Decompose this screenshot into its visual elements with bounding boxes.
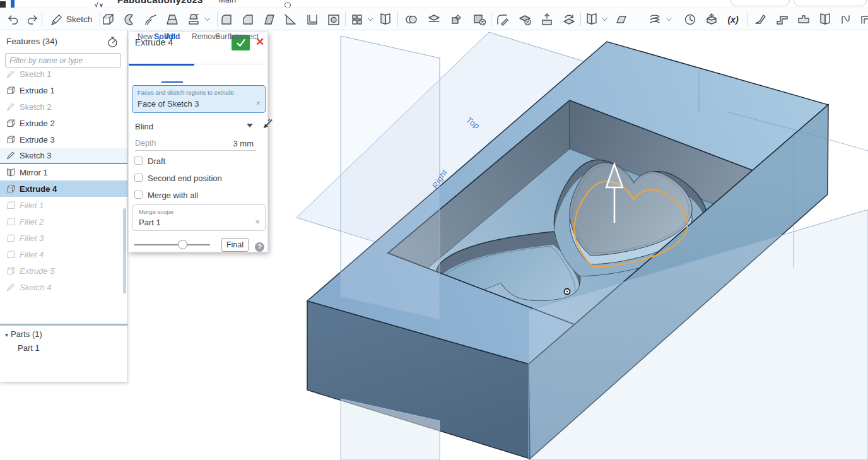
clear-selection-icon[interactable]: ×	[255, 98, 261, 108]
undo-button[interactable]	[4, 10, 23, 28]
mirror-part-icon[interactable]	[582, 10, 601, 28]
boolean-icon[interactable]	[402, 10, 421, 28]
preview-slider-track[interactable]	[134, 244, 210, 245]
thicken-icon[interactable]	[184, 10, 203, 28]
feature-item-sketch-3[interactable]: Sketch 3	[0, 148, 127, 164]
loft-icon[interactable]	[163, 10, 182, 28]
feature-label: Sketch 4	[20, 283, 52, 292]
variable-icon[interactable]: (x)	[724, 10, 742, 28]
feature-list: Sketch 1Extrude 1Sketch 2Extrude 2Extrud…	[0, 71, 127, 324]
revolve-icon[interactable]	[120, 10, 139, 28]
sketch-feature-icon	[6, 102, 15, 111]
hole-icon[interactable]	[324, 10, 343, 28]
pattern-dropdown-caret[interactable]	[365, 10, 375, 28]
sheet-corner-icon[interactable]	[856, 10, 868, 28]
feature-item-extrude-1[interactable]: Extrude 1	[0, 82, 127, 98]
merge-with-all-checkbox[interactable]: Merge with all	[134, 190, 261, 201]
selection-box[interactable]: Faces and sketch regions to extrude Face…	[132, 85, 266, 113]
part-item[interactable]: Part 1	[18, 343, 40, 353]
feature-label: Extrude 5	[20, 266, 55, 276]
feature-item-mirror-1[interactable]: Mirror 1	[0, 164, 127, 180]
sketch-button[interactable]: Sketch	[45, 10, 97, 28]
feature-item-extrude-4[interactable]: Extrude 4	[0, 180, 127, 197]
feature-item-extrude-2[interactable]: Extrude 2	[0, 115, 127, 131]
mode-remove[interactable]: Remove	[192, 32, 220, 41]
feature-label: Extrude 3	[20, 135, 55, 144]
mirror-dropdown-caret[interactable]	[599, 10, 609, 28]
feature-item-extrude-3[interactable]: Extrude 3	[0, 131, 127, 148]
split-icon[interactable]	[425, 10, 443, 28]
flip-direction-icon[interactable]	[261, 118, 274, 131]
clock-icon[interactable]	[681, 10, 700, 28]
sheet-joint-icon[interactable]	[837, 10, 856, 28]
depth-field[interactable]: Depth 3 mm	[135, 137, 256, 151]
shell-icon[interactable]	[303, 10, 322, 28]
mode-add[interactable]: Add	[165, 32, 180, 41]
mirror-icon[interactable]	[376, 10, 395, 28]
help-icon[interactable]: ?	[255, 242, 264, 252]
feature-label: Mirror 1	[20, 168, 48, 177]
account-box-fragment[interactable]	[794, 0, 867, 6]
chevron-down-icon	[246, 123, 254, 128]
end-type-dropdown[interactable]: Blind	[135, 121, 261, 133]
parts-section-header[interactable]: ▾Parts (1)	[5, 329, 42, 339]
feature-item-fillet-4[interactable]: Fillet 4	[0, 246, 127, 262]
final-button[interactable]: Final	[221, 238, 249, 252]
helix-dropdown-caret[interactable]	[664, 10, 674, 28]
move-face-icon[interactable]	[538, 10, 557, 28]
fillet-icon[interactable]	[217, 10, 236, 28]
regeneration-time-icon[interactable]	[107, 36, 119, 48]
export-part-icon[interactable]	[702, 10, 721, 28]
transform-icon[interactable]	[447, 10, 466, 28]
feature-item-fillet-3[interactable]: Fillet 3	[0, 230, 127, 246]
second-end-checkbox[interactable]: Second end position	[134, 173, 261, 184]
right-datum-plane[interactable]	[341, 36, 440, 319]
merge-scope-box[interactable]: Merge scope Part 1 ×	[132, 204, 266, 231]
chamfer-icon[interactable]	[238, 10, 257, 28]
helix-icon[interactable]	[645, 10, 664, 28]
replace-face-icon[interactable]	[560, 10, 578, 28]
mode-new[interactable]: New	[138, 32, 153, 41]
feature-list-scrollbar[interactable]	[123, 208, 126, 293]
feature-item-extrude-5[interactable]: Extrude 5	[0, 262, 127, 279]
rollback-bar[interactable]	[0, 324, 127, 326]
sketch-button-label: Sketch	[66, 15, 92, 24]
merge-scope-value: Part 1	[139, 218, 161, 227]
delete-face-icon[interactable]	[515, 10, 534, 28]
sheet-tab-icon[interactable]	[794, 10, 813, 28]
checkbox-icon	[134, 191, 143, 199]
sweep-icon[interactable]	[141, 10, 160, 28]
merge-scope-label: Merge scope	[139, 208, 173, 215]
filter-input[interactable]	[5, 53, 121, 68]
extrude-feature-icon	[6, 184, 15, 193]
toolbar-divider	[397, 12, 398, 27]
tab-bar	[129, 53, 269, 64]
draft-checkbox[interactable]: Draft	[134, 156, 261, 167]
linear-pattern-icon[interactable]	[348, 10, 367, 28]
sheet-flange-icon[interactable]	[751, 10, 770, 28]
extrude-dialog: Extrude 4 ✕ Solid Surface New Add Remove…	[128, 32, 268, 252]
draft-icon[interactable]	[260, 10, 279, 28]
delete-part-icon[interactable]	[470, 10, 489, 28]
active-mode-underline	[161, 81, 183, 83]
flat-pattern-icon[interactable]	[816, 10, 835, 28]
feature-item-sketch-4[interactable]: Sketch 4	[0, 279, 127, 295]
rib-icon[interactable]	[281, 10, 300, 28]
feature-item-fillet-1[interactable]: Fillet 1	[0, 197, 127, 213]
feature-item-fillet-2[interactable]: Fillet 2	[0, 213, 127, 230]
feature-dropdown-caret[interactable]	[202, 10, 212, 28]
feature-item-sketch-1[interactable]: Sketch 1	[0, 71, 127, 82]
search-box-fragment[interactable]	[730, 0, 790, 6]
clear-scope-icon[interactable]: ×	[255, 217, 260, 227]
feature-item-sketch-2[interactable]: Sketch 2	[0, 98, 127, 115]
sheet-bend-icon[interactable]	[773, 10, 792, 28]
plane-icon[interactable]	[612, 10, 631, 28]
modify-fillet-icon[interactable]	[493, 10, 512, 28]
checkbox-icon	[134, 174, 143, 182]
redo-button[interactable]	[23, 10, 42, 28]
onshape-logo-fragment	[11, 0, 15, 8]
preview-slider-handle[interactable]	[178, 240, 187, 249]
extrude-icon[interactable]	[98, 10, 117, 28]
feature-label: Extrude 2	[20, 119, 55, 128]
mode-intersect[interactable]: Intersect	[230, 32, 259, 41]
